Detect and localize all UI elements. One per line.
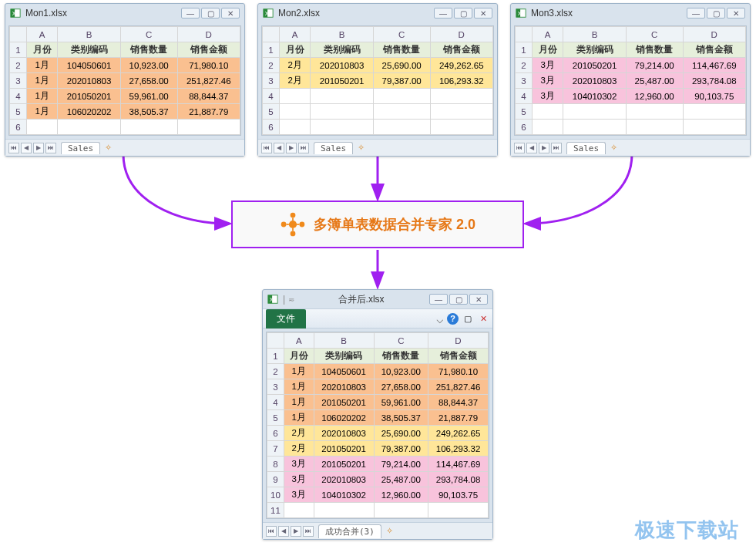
cell[interactable]: 90,103.75	[428, 487, 489, 503]
close-button[interactable]: ✕	[469, 294, 488, 305]
cell[interactable]: 249,262.65	[428, 426, 489, 441]
ribbon-expand-icon[interactable]: ⌵	[436, 312, 444, 326]
col-header[interactable]: B	[311, 27, 373, 42]
cell[interactable]: 2月	[280, 73, 311, 89]
close-button[interactable]: ✕	[221, 8, 240, 19]
nav-prev-icon[interactable]: ◀	[526, 143, 537, 153]
titlebar[interactable]: X Mon1.xlsx — ▢ ✕	[5, 4, 244, 22]
sheet-tab-strip[interactable]: ⏮ ◀ ▶ ⏭ Sales ✧	[5, 139, 244, 156]
row-header[interactable]: 3	[516, 73, 533, 89]
col-header[interactable]: D	[430, 27, 493, 42]
cell[interactable]: 27,658.00	[374, 379, 428, 395]
file-tab[interactable]: 文件	[266, 309, 306, 329]
cell[interactable]: 88,844.37	[177, 89, 240, 104]
row-header[interactable]: 6	[516, 120, 533, 135]
cell[interactable]: 202010803	[314, 426, 374, 441]
col-header[interactable]: D	[177, 27, 240, 42]
cell[interactable]: 2月	[284, 426, 314, 441]
cell[interactable]: 106020202	[58, 104, 120, 120]
window-close-icon[interactable]: ✕	[477, 312, 489, 325]
sheet-tab-strip[interactable]: ⏮ ◀ ▶ ⏭ 成功合并(3) ✧	[263, 522, 492, 539]
cell[interactable]: 3月	[533, 58, 563, 73]
new-sheet-icon[interactable]: ✧	[386, 526, 393, 536]
sheet-tab[interactable]: Sales	[566, 142, 606, 154]
nav-next-icon[interactable]: ▶	[539, 143, 549, 153]
row-header[interactable]: 2	[10, 58, 27, 73]
close-button[interactable]: ✕	[727, 8, 745, 19]
cell[interactable]: 1月	[27, 104, 58, 120]
col-header[interactable]: A	[27, 27, 58, 42]
cell[interactable]: 71,980.10	[177, 58, 240, 73]
cell[interactable]: 201050201	[314, 441, 374, 457]
cell[interactable]: 293,784.08	[428, 472, 489, 487]
cell[interactable]: 21,887.79	[177, 104, 240, 120]
cell[interactable]: 25,690.00	[374, 426, 428, 441]
row-header[interactable]: 1	[263, 42, 280, 58]
nav-last-icon[interactable]: ⏭	[45, 143, 56, 153]
nav-last-icon[interactable]: ⏭	[298, 143, 309, 153]
spreadsheet-grid[interactable]: ABCD1月份类别编码销售数量销售金额23月20105020179,214.00…	[515, 26, 746, 135]
row-header[interactable]: 5	[267, 410, 284, 426]
col-header[interactable]: C	[374, 333, 428, 349]
row-header[interactable]: 4	[10, 89, 27, 104]
cell[interactable]: 12,960.00	[626, 89, 683, 104]
spreadsheet-grid[interactable]: ABCD1月份类别编码销售数量销售金额21月10405060110,923.00…	[9, 26, 240, 135]
qat-dropdown-icon[interactable]: ≂	[288, 295, 294, 304]
col-header[interactable]: B	[314, 333, 374, 349]
col-header[interactable]: B	[563, 27, 626, 42]
cell[interactable]: 202010803	[311, 58, 373, 73]
cell[interactable]: 12,960.00	[374, 487, 428, 503]
col-header[interactable]: A	[533, 27, 563, 42]
cell[interactable]: 106020202	[314, 410, 374, 426]
cell[interactable]: 1月	[27, 73, 58, 89]
cell[interactable]: 104010302	[563, 89, 626, 104]
minimize-button[interactable]: —	[429, 294, 448, 305]
new-sheet-icon[interactable]: ✧	[358, 143, 365, 153]
row-header[interactable]: 1	[267, 349, 284, 364]
cell[interactable]: 201050201	[314, 457, 374, 472]
maximize-button[interactable]: ▢	[201, 8, 220, 19]
cell[interactable]: 3月	[284, 472, 314, 487]
cell[interactable]: 59,961.00	[120, 89, 177, 104]
nav-first-icon[interactable]: ⏮	[261, 143, 272, 153]
cell[interactable]: 38,505.37	[374, 410, 428, 426]
titlebar[interactable]: X Mon2.xlsx — ▢ ✕	[258, 4, 497, 22]
cell[interactable]: 202010803	[314, 379, 374, 395]
cell[interactable]: 1月	[27, 58, 58, 73]
cell[interactable]: 79,387.00	[374, 441, 428, 457]
nav-last-icon[interactable]: ⏭	[303, 526, 314, 537]
cell[interactable]: 3月	[284, 487, 314, 503]
cell[interactable]: 79,214.00	[374, 457, 428, 472]
cell[interactable]: 104050601	[58, 58, 120, 73]
cell[interactable]: 1月	[284, 379, 314, 395]
cell[interactable]: 106,293.32	[430, 73, 493, 89]
cell[interactable]: 27,658.00	[120, 73, 177, 89]
cell[interactable]: 293,784.08	[683, 73, 746, 89]
cell[interactable]: 201050201	[563, 58, 626, 73]
col-header[interactable]: D	[428, 333, 489, 349]
cell[interactable]: 10,923.00	[120, 58, 177, 73]
row-header[interactable]: 9	[267, 472, 284, 487]
row-header[interactable]: 6	[267, 426, 284, 441]
row-header[interactable]: 6	[10, 120, 27, 135]
cell[interactable]: 251,827.46	[177, 73, 240, 89]
col-header[interactable]: C	[626, 27, 683, 42]
row-header[interactable]: 11	[267, 503, 284, 518]
sheet-tab[interactable]: 成功合并(3)	[318, 524, 381, 538]
cell[interactable]: 2月	[280, 58, 311, 73]
titlebar[interactable]: X Mon3.xlsx — ▢ ✕	[511, 4, 750, 22]
row-header[interactable]: 1	[10, 42, 27, 58]
new-sheet-icon[interactable]: ✧	[610, 143, 617, 153]
cell[interactable]: 202010803	[314, 472, 374, 487]
cell[interactable]: 10,923.00	[374, 364, 428, 379]
spreadsheet-grid[interactable]: ABCD1月份类别编码销售数量销售金额22月20201080325,690.00…	[262, 26, 493, 135]
nav-next-icon[interactable]: ▶	[33, 143, 44, 153]
row-header[interactable]: 5	[516, 104, 533, 120]
nav-prev-icon[interactable]: ◀	[278, 526, 289, 537]
cell[interactable]: 104050601	[314, 364, 374, 379]
cell[interactable]: 201050201	[58, 89, 120, 104]
cell[interactable]: 38,505.37	[120, 104, 177, 120]
row-header[interactable]: 4	[267, 395, 284, 410]
nav-prev-icon[interactable]: ◀	[21, 143, 32, 153]
cell[interactable]: 249,262.65	[430, 58, 493, 73]
